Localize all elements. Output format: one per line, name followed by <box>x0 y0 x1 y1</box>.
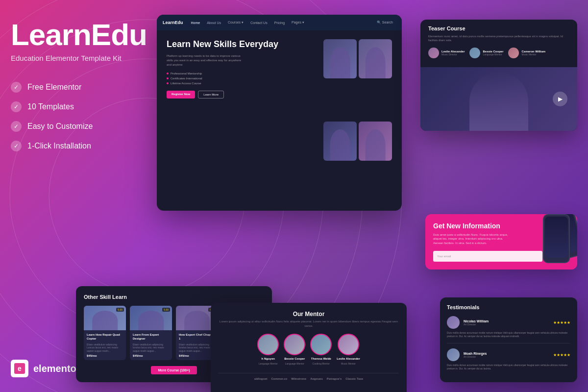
mentor-1: h Nguyen Language Mentor <box>257 334 279 365</box>
nav-item-contact: Contact Us <box>250 21 268 24</box>
mentors-row: h Nguyen Language Mentor Bessie Cooper L… <box>219 334 399 365</box>
phone-screen-front <box>545 217 568 258</box>
course-card-1: 5.00 Learn How Repair Quad Copter Etiam … <box>84 306 126 360</box>
nav-item-pages: Pages ▾ <box>292 21 304 24</box>
more-courses-button[interactable]: More Course (100+) <box>151 366 196 374</box>
feature-item-2: ✓ 10 Templates <box>11 101 148 112</box>
hero-img-1 <box>323 39 357 78</box>
teaser-header: Teaser Course Elementum nunc amet, id du… <box>420 20 577 67</box>
testimonial-header-1: Nicolas William Art Director ★★★★★ <box>447 316 570 329</box>
mentor-role-3: Cooking Mentor <box>313 362 330 365</box>
instructor-role-3: Music Mentor <box>521 53 545 56</box>
course-desc-2: Etiam vestibulum adipiscing lunctus lacu… <box>133 343 169 353</box>
phone-mockup <box>538 214 577 268</box>
skills-title: Other Skill Learn <box>84 294 264 300</box>
hero-feature-2: Certificates International <box>167 77 318 80</box>
mentor-3: Theresa Webb Cooking Mentor <box>310 334 332 365</box>
testimonial-1: Nicolas William Art Director ★★★★★ Duis … <box>447 316 570 343</box>
dot-3 <box>167 82 169 84</box>
instructor-avatar-3 <box>508 48 519 58</box>
test-role-2: Art Director <box>464 355 549 358</box>
feature-item-1: ✓ Free Elementor <box>11 82 148 93</box>
dot-1 <box>167 73 169 74</box>
mentor-section: Our Mentor Lorem ipsum adipiscing ut eli… <box>211 303 407 392</box>
phone-body-front <box>543 214 570 263</box>
course-name-3: How Expert Chef Chapter 1 <box>179 333 215 341</box>
teaser-desc: Elementum nunc amet, id duis purus molli… <box>428 34 569 43</box>
brand-logo-1: aldlogoet <box>254 377 268 380</box>
mockup-hero-content: Learn New Skills Everyday Platform up le… <box>157 30 402 211</box>
instructor-2: Bessie Cooper Language Mentor <box>469 48 503 58</box>
hero-mockup: LearnEdu Home About Us Courses ▾ Contact… <box>157 15 402 211</box>
elementor-logo: e <box>11 360 28 377</box>
brand-logo-2: Commer.co <box>271 377 287 380</box>
stars-1: ★★★★★ <box>553 320 570 325</box>
hero-img-3 <box>323 122 357 161</box>
brand-title: LearnEdu <box>11 20 148 50</box>
hero-buttons: Register Now Learn More <box>167 91 318 98</box>
instructor-info-1: Leslie Alexander Music Director <box>441 50 465 56</box>
testimonials-title: Testimonials <box>447 304 570 310</box>
email-input[interactable]: Your email <box>433 251 542 262</box>
mockup-nav: LearnEdu Home About Us Courses ▾ Contact… <box>157 15 402 30</box>
info-card: Get New Information Duis amet justo a so… <box>425 214 577 270</box>
mentor-4: Leslie Alexander Music Mentor <box>337 334 360 365</box>
course-img-1: 5.00 <box>84 306 126 330</box>
hero-img-2 <box>359 39 392 78</box>
test-name-1: Nicolas William <box>464 319 549 323</box>
info-card-desc: Duis amet justo a sollicitudin Nunc. Fuq… <box>433 233 512 245</box>
feature-item-4: ✓ 1-Click Installation <box>11 141 148 151</box>
elementor-badge: e elementor <box>11 360 80 377</box>
elementor-logo-icon: e <box>14 363 25 374</box>
video-person <box>469 72 528 131</box>
hero-text-area: Learn New Skills Everyday Platform up le… <box>167 39 318 202</box>
instructor-1: Leslie Alexander Music Director <box>428 48 465 58</box>
hero-images-grid <box>323 39 392 202</box>
instructor-avatar-1 <box>428 48 439 58</box>
test-name-2: Moah Rineges <box>464 352 549 355</box>
check-icon-4: ✓ <box>11 141 22 151</box>
mentor-2: Bessie Cooper Language Mentor <box>284 334 305 365</box>
mentor-avatar-3 <box>310 334 332 355</box>
course-desc-3: Etiam vestibulum adipiscing lunctus lacu… <box>179 343 215 353</box>
brand-subtitle: Education Elementor Template Kit <box>11 54 148 62</box>
stars-2: ★★★★★ <box>553 353 570 357</box>
mentor-avatar-4 <box>338 334 359 355</box>
test-text-1: Duis mollis donec accumsan molde rutrum … <box>447 331 570 338</box>
rating-1: 5.00 <box>116 308 124 312</box>
mentor-name-1: h Nguyen <box>262 357 275 360</box>
teaser-instructors: Leslie Alexander Music Director Bessie C… <box>428 48 569 58</box>
brand-logo-3: Wiinstrone <box>291 377 306 380</box>
teaser-card: Teaser Course Elementum nunc amet, id du… <box>420 20 577 131</box>
mentor-name-4: Leslie Alexander <box>337 357 360 360</box>
mentor-name-3: Theresa Webb <box>311 357 331 360</box>
learn-btn-mock: Learn More <box>198 91 224 98</box>
hero-img-4 <box>359 122 392 161</box>
course-price-3: $45/mo <box>179 354 215 357</box>
teaser-title: Teaser Course <box>428 25 569 31</box>
course-desc-1: Etiam vestibulum adipiscing Luncus lacus… <box>87 343 123 353</box>
check-icon-3: ✓ <box>11 121 22 132</box>
course-name-2: Learn From Expert Designer <box>133 333 169 341</box>
mentor-role-1: Language Mentor <box>259 362 278 365</box>
feature-list: ✓ Free Elementor ✓ 10 Templates ✓ Easy t… <box>11 82 148 151</box>
hero-main-title: Learn New Skills Everyday <box>167 39 318 50</box>
nav-item-courses: Courses ▾ <box>228 21 244 24</box>
brand-logo-5: Patragoe's <box>327 377 342 380</box>
brand-logo-4: Aogoues <box>310 377 323 380</box>
mentor-title: Our Mentor <box>219 311 399 318</box>
course-card-2: 5.00 Learn From Expert Designer Etiam ve… <box>130 306 172 360</box>
course-img-2: 5.00 <box>130 306 172 330</box>
test-avatar-2 <box>447 348 460 361</box>
hero-main-desc: Platform up learning needs to be data to… <box>167 54 245 67</box>
testimonial-2: Moah Rineges Art Director ★★★★★ Duis mol… <box>447 348 570 375</box>
left-panel: LearnEdu Education Elementor Template Ki… <box>11 20 148 171</box>
test-info-2: Moah Rineges Art Director <box>464 352 549 358</box>
mentor-role-2: Language Mentor <box>285 362 304 365</box>
play-button[interactable]: ▶ <box>553 92 567 106</box>
email-placeholder: Your email <box>437 255 451 258</box>
mentor-role-4: Music Mentor <box>341 362 356 365</box>
testimonials-card: Testimonials Nicolas William Art Directo… <box>440 297 577 382</box>
instructor-avatar-2 <box>469 48 480 58</box>
nav-item-pricing: Pricing <box>274 21 285 24</box>
